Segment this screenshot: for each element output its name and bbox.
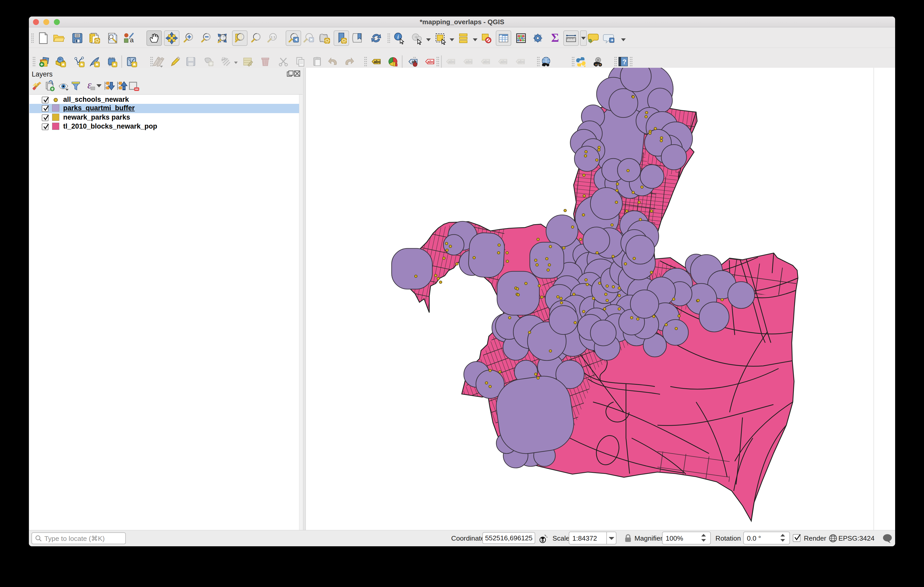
svg-text:abc: abc: [500, 59, 507, 64]
svg-text:abc: abc: [465, 59, 473, 64]
svg-text:abc: abc: [427, 59, 434, 64]
svg-text:abc: abc: [374, 59, 381, 64]
svg-text:abc: abc: [518, 59, 525, 64]
svg-text:?: ?: [622, 58, 627, 66]
svg-text:abc: abc: [483, 59, 490, 64]
svg-text:Σ: Σ: [551, 31, 559, 44]
svg-text:1:1: 1:1: [271, 35, 276, 39]
svg-text:abc: abc: [448, 59, 455, 64]
svg-text:i: i: [397, 34, 399, 40]
